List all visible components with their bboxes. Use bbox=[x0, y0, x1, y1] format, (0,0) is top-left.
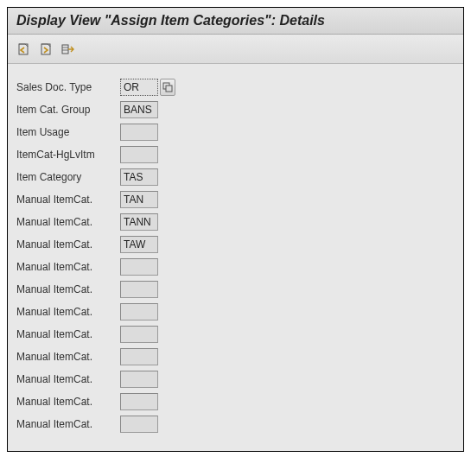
field-input[interactable] bbox=[120, 326, 158, 343]
field-label: Manual ItemCat. bbox=[16, 194, 120, 206]
form-row: Manual ItemCat. bbox=[16, 368, 455, 390]
field-wrap bbox=[120, 124, 158, 141]
toolbar-btn-overview[interactable] bbox=[60, 41, 77, 58]
field-wrap bbox=[120, 416, 158, 433]
form-row: Item Cat. Group bbox=[16, 98, 455, 121]
form-row: Manual ItemCat. bbox=[16, 256, 455, 278]
svg-rect-6 bbox=[166, 86, 172, 92]
field-input[interactable] bbox=[120, 303, 158, 321]
toolbar-btn-next[interactable] bbox=[37, 41, 54, 58]
form-row: Manual ItemCat. bbox=[16, 346, 455, 368]
field-wrap bbox=[120, 371, 158, 388]
page-title: Display View "Assign Item Categories": D… bbox=[8, 8, 463, 35]
toolbar bbox=[8, 35, 463, 64]
field-label: ItemCat-HgLvItm bbox=[16, 149, 120, 161]
field-wrap bbox=[120, 213, 158, 231]
field-label: Manual ItemCat. bbox=[16, 216, 120, 228]
toolbar-btn-prev[interactable] bbox=[15, 41, 32, 58]
field-label: Item Category bbox=[16, 171, 120, 183]
form-area: Sales Doc. TypeItem Cat. GroupItem Usage… bbox=[8, 64, 463, 451]
field-input[interactable] bbox=[120, 371, 158, 388]
field-label: Manual ItemCat. bbox=[16, 328, 120, 340]
field-label: Manual ItemCat. bbox=[16, 373, 120, 385]
field-label: Manual ItemCat. bbox=[16, 238, 120, 251]
field-input[interactable] bbox=[120, 168, 158, 186]
form-row: Manual ItemCat. bbox=[16, 413, 455, 435]
field-input[interactable] bbox=[120, 416, 158, 433]
field-input[interactable] bbox=[120, 236, 158, 253]
field-input[interactable] bbox=[120, 258, 158, 276]
form-row: Manual ItemCat. bbox=[16, 233, 455, 256]
field-wrap bbox=[120, 236, 158, 253]
form-row: Manual ItemCat. bbox=[16, 188, 455, 211]
svg-rect-2 bbox=[62, 45, 68, 54]
field-input[interactable] bbox=[120, 101, 158, 118]
field-label: Manual ItemCat. bbox=[16, 418, 120, 430]
field-wrap bbox=[120, 168, 158, 186]
field-wrap bbox=[120, 79, 175, 96]
field-wrap bbox=[120, 258, 158, 276]
field-label: Sales Doc. Type bbox=[16, 81, 120, 93]
field-wrap bbox=[120, 326, 158, 343]
field-wrap bbox=[120, 101, 158, 118]
field-wrap bbox=[120, 191, 158, 208]
field-wrap bbox=[120, 348, 158, 365]
field-input[interactable] bbox=[120, 79, 158, 96]
form-row: Manual ItemCat. bbox=[16, 278, 455, 301]
table-overview-icon bbox=[61, 42, 75, 56]
field-input[interactable] bbox=[120, 124, 158, 141]
field-input[interactable] bbox=[120, 393, 158, 410]
field-input[interactable] bbox=[120, 191, 158, 208]
field-input[interactable] bbox=[120, 348, 158, 365]
field-label: Manual ItemCat. bbox=[16, 306, 120, 318]
field-wrap bbox=[120, 303, 158, 321]
field-label: Manual ItemCat. bbox=[16, 283, 120, 295]
field-label: Manual ItemCat. bbox=[16, 261, 120, 273]
page-arrow-right-icon bbox=[39, 42, 53, 56]
value-help-button[interactable] bbox=[160, 79, 175, 96]
page-arrow-left-icon bbox=[16, 42, 30, 56]
form-row: Item Category bbox=[16, 166, 455, 188]
form-row: Manual ItemCat. bbox=[16, 323, 455, 346]
field-wrap bbox=[120, 393, 158, 410]
field-label: Manual ItemCat. bbox=[16, 351, 120, 363]
field-label: Manual ItemCat. bbox=[16, 396, 120, 408]
field-input[interactable] bbox=[120, 213, 158, 231]
field-label: Item Usage bbox=[16, 126, 120, 138]
window: Display View "Assign Item Categories": D… bbox=[7, 7, 464, 452]
form-row: Manual ItemCat. bbox=[16, 390, 455, 413]
form-row: Manual ItemCat. bbox=[16, 301, 455, 323]
field-input[interactable] bbox=[120, 146, 158, 163]
form-row: Manual ItemCat. bbox=[16, 211, 455, 233]
value-help-icon bbox=[162, 82, 173, 92]
form-row: Item Usage bbox=[16, 121, 455, 143]
field-label: Item Cat. Group bbox=[16, 104, 120, 116]
field-wrap bbox=[120, 281, 158, 298]
form-row: ItemCat-HgLvItm bbox=[16, 143, 455, 166]
form-row: Sales Doc. Type bbox=[16, 76, 455, 98]
field-input[interactable] bbox=[120, 281, 158, 298]
field-wrap bbox=[120, 146, 158, 163]
